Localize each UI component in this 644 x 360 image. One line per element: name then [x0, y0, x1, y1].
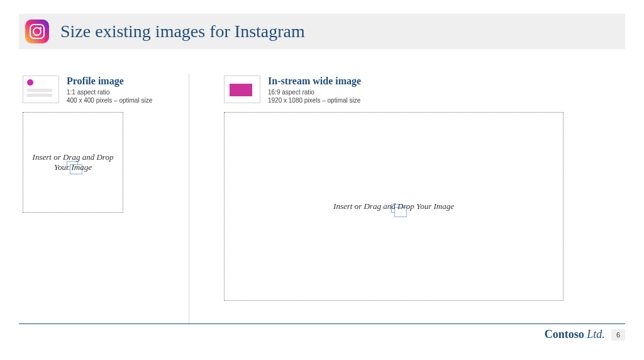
slide: Size existing images for Instagram Profi… — [0, 0, 644, 360]
profile-spec: Profile image 1:1 aspect ratio 400 x 400… — [23, 76, 186, 104]
column-profile: Profile image 1:1 aspect ratio 400 x 400… — [23, 76, 186, 301]
wide-spec-text: In-stream wide image 16:9 aspect ratio 1… — [268, 76, 361, 104]
profile-spec-text: Profile image 1:1 aspect ratio 400 x 400… — [67, 76, 152, 104]
wide-heading: In-stream wide image — [268, 76, 361, 87]
profile-thumbnail-icon — [23, 76, 59, 103]
profile-dropzone[interactable]: Insert or Drag and Drop Your Image — [23, 112, 123, 213]
footer: Contoso Ltd. 6 — [19, 323, 625, 341]
wide-spec: In-stream wide image 16:9 aspect ratio 1… — [224, 76, 621, 104]
title-bar: Size existing images for Instagram — [19, 14, 625, 49]
profile-drop-text: Insert or Drag and Drop Your Image — [23, 152, 123, 172]
column-wide: In-stream wide image 16:9 aspect ratio 1… — [224, 76, 621, 301]
profile-size: 400 x 400 pixels – optimal size — [67, 96, 152, 104]
company-name: Contoso Ltd. — [545, 328, 605, 341]
wide-drop-text: Insert or Drag and Drop Your Image — [333, 201, 454, 211]
content-area: Profile image 1:1 aspect ratio 400 x 400… — [23, 76, 621, 301]
wide-ratio: 16:9 aspect ratio — [268, 88, 361, 96]
company-bold: Contoso — [545, 328, 584, 340]
profile-ratio: 1:1 aspect ratio — [67, 88, 152, 96]
company-rest: Ltd. — [584, 328, 605, 340]
slide-title: Size existing images for Instagram — [60, 21, 305, 42]
profile-heading: Profile image — [67, 76, 152, 87]
wide-dropzone[interactable]: Insert or Drag and Drop Your Image — [224, 112, 564, 301]
instagram-icon — [25, 20, 49, 43]
wide-thumbnail-icon — [224, 76, 260, 103]
wide-size: 1920 x 1080 pixels – optimal size — [268, 96, 361, 104]
page-number: 6 — [611, 329, 625, 340]
